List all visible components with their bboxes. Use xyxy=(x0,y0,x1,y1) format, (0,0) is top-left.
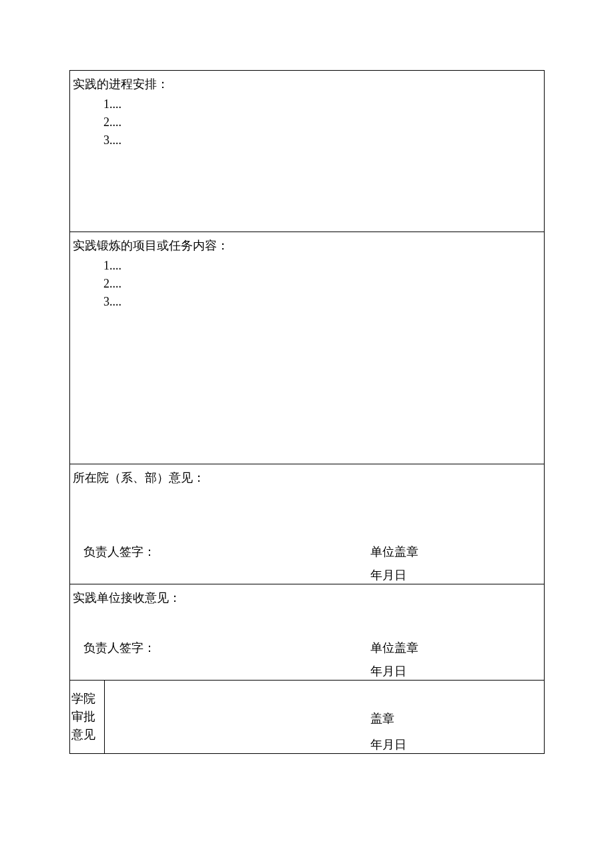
schedule-item: 2.... xyxy=(103,113,543,131)
department-opinion-row: 所在院（系、部）意见： 负责人签字： 单位盖章 年月日 xyxy=(70,464,545,584)
department-date-row: 年月日 xyxy=(70,567,544,584)
department-sign-row: 负责人签字： 单位盖章 xyxy=(70,544,544,560)
unit-sign-label: 负责人签字： xyxy=(83,640,370,657)
unit-opinion-row: 实践单位接收意见： 负责人签字： 单位盖章 年月日 xyxy=(70,584,545,681)
schedule-item: 1.... xyxy=(103,95,543,113)
department-stamp-label: 单位盖章 xyxy=(370,544,531,560)
unit-stamp-label: 单位盖章 xyxy=(370,640,531,657)
college-stamp-row: 盖章 xyxy=(105,711,544,727)
unit-sign-block: 负责人签字： 单位盖章 年月日 xyxy=(70,640,544,680)
department-opinion-title: 所在院（系、部）意见： xyxy=(71,467,543,489)
tasks-cell: 实践锻炼的项目或任务内容： 1.... 2.... 3.... xyxy=(70,232,545,464)
schedule-list: 1.... 2.... 3.... xyxy=(71,95,543,149)
unit-opinion-cell: 实践单位接收意见： 负责人签字： 单位盖章 年月日 xyxy=(70,584,545,681)
tasks-row: 实践锻炼的项目或任务内容： 1.... 2.... 3.... xyxy=(70,232,545,464)
form-container: 实践的进程安排： 1.... 2.... 3.... 实践锻炼的项目或任务内容：… xyxy=(69,70,545,754)
unit-date-row: 年月日 xyxy=(70,663,544,680)
department-opinion-cell: 所在院（系、部）意见： 负责人签字： 单位盖章 年月日 xyxy=(70,464,545,584)
schedule-title: 实践的进程安排： xyxy=(71,73,543,95)
college-approval-content-cell: 盖章 年月日 xyxy=(105,681,545,754)
tasks-title: 实践锻炼的项目或任务内容： xyxy=(71,235,543,257)
college-approval-label: 学院审批意见 xyxy=(71,690,103,744)
spacer xyxy=(83,663,370,680)
schedule-row: 实践的进程安排： 1.... 2.... 3.... xyxy=(70,71,545,232)
spacer xyxy=(83,567,370,584)
unit-opinion-title: 实践单位接收意见： xyxy=(71,587,543,609)
unit-sign-row: 负责人签字： 单位盖章 xyxy=(70,640,544,657)
department-sign-block: 负责人签字： 单位盖章 年月日 xyxy=(70,544,544,584)
tasks-item: 3.... xyxy=(103,293,543,311)
spacer xyxy=(118,737,370,753)
tasks-list: 1.... 2.... 3.... xyxy=(71,257,543,311)
form-table: 实践的进程安排： 1.... 2.... 3.... 实践锻炼的项目或任务内容：… xyxy=(69,70,545,754)
schedule-cell: 实践的进程安排： 1.... 2.... 3.... xyxy=(70,71,545,232)
college-date-row: 年月日 xyxy=(105,737,544,753)
tasks-item: 2.... xyxy=(103,275,543,293)
spacer xyxy=(118,711,370,727)
unit-date-label: 年月日 xyxy=(370,663,531,680)
department-date-label: 年月日 xyxy=(370,567,531,584)
college-stamp-label: 盖章 xyxy=(370,711,531,727)
college-sign-block: 盖章 年月日 xyxy=(105,711,544,753)
tasks-item: 1.... xyxy=(103,257,543,275)
college-date-label: 年月日 xyxy=(370,737,531,753)
department-sign-label: 负责人签字： xyxy=(83,544,370,560)
college-approval-label-cell: 学院审批意见 xyxy=(70,681,105,754)
schedule-item: 3.... xyxy=(103,131,543,149)
college-approval-row: 学院审批意见 盖章 年月日 xyxy=(70,681,545,754)
